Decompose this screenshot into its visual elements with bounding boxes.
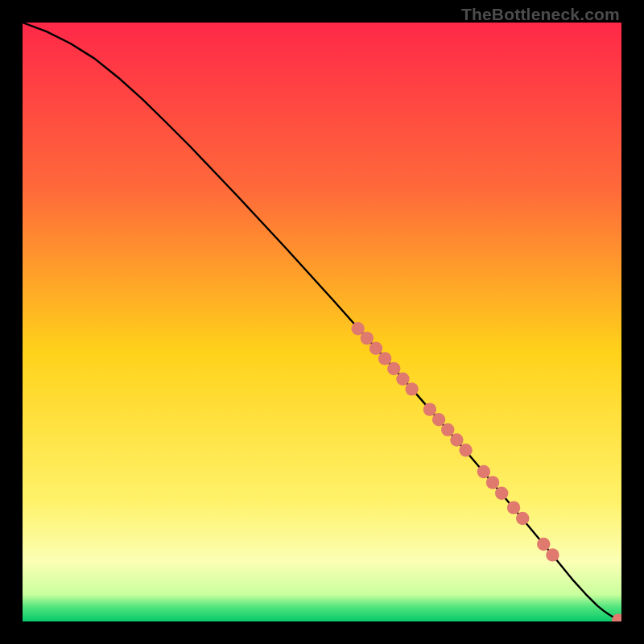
- data-point: [432, 413, 445, 426]
- data-point: [396, 372, 409, 385]
- data-point: [507, 501, 520, 514]
- chart-svg: [23, 23, 621, 621]
- data-point: [423, 402, 436, 415]
- data-point: [450, 433, 463, 446]
- data-point: [486, 476, 499, 489]
- data-point: [546, 548, 559, 561]
- data-point: [477, 465, 490, 478]
- data-point: [405, 382, 418, 395]
- data-point: [537, 538, 550, 551]
- data-point: [441, 423, 454, 436]
- gradient-background: [23, 23, 621, 621]
- data-point: [387, 362, 400, 375]
- chart-plot-area: [23, 23, 621, 621]
- data-point: [516, 512, 529, 525]
- data-point: [361, 332, 374, 345]
- data-point: [378, 352, 391, 365]
- data-point: [369, 342, 382, 355]
- data-point: [495, 487, 508, 500]
- data-point: [459, 444, 472, 456]
- data-point: [351, 322, 364, 335]
- watermark-text: TheBottleneck.com: [461, 5, 620, 24]
